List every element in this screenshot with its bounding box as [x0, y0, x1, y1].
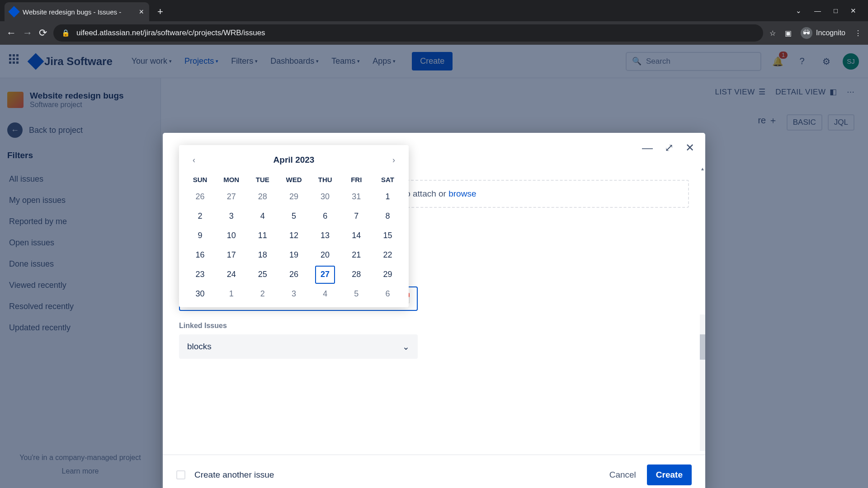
calendar-day[interactable]: 3 [216, 206, 247, 226]
exit-fullscreen-icon[interactable]: ⤢ [665, 141, 674, 154]
calendar-day[interactable]: 6 [310, 206, 341, 226]
url-field[interactable]: 🔒 uifeed.atlassian.net/jira/software/c/p… [53, 24, 763, 42]
calendar-day[interactable]: 27 [310, 265, 341, 284]
calendar-day[interactable]: 12 [278, 226, 309, 245]
calendar-day[interactable]: 16 [184, 245, 216, 265]
linked-issues-label: Linked Issues [179, 322, 689, 330]
maximize-icon[interactable]: □ [834, 7, 838, 15]
calendar-day[interactable]: 4 [310, 284, 341, 304]
calendar-day[interactable]: 1 [372, 187, 403, 206]
calendar-day[interactable]: 13 [310, 226, 341, 245]
lock-icon: 🔒 [61, 29, 70, 37]
date-picker: ‹ April 2023 › SUNMONTUEWEDTHUFRISAT 262… [179, 145, 409, 307]
calendar-day-header: FRI [341, 172, 372, 187]
minimize-icon[interactable]: ― [814, 7, 821, 15]
calendar-day[interactable]: 14 [341, 226, 372, 245]
scrollbar-up-icon[interactable]: ▲ [700, 166, 705, 173]
new-tab-button[interactable]: + [157, 6, 163, 18]
calendar-day[interactable]: 10 [216, 226, 247, 245]
calendar-day[interactable]: 28 [247, 187, 278, 206]
calendar-day-header: WED [278, 172, 309, 187]
calendar-day[interactable]: 30 [184, 284, 216, 304]
calendar-day[interactable]: 8 [372, 206, 403, 226]
url-text: uifeed.atlassian.net/jira/software/c/pro… [76, 28, 265, 38]
close-tab-icon[interactable]: × [139, 7, 144, 17]
linked-issues-select[interactable]: blocks ⌄ [179, 334, 418, 359]
prev-month-icon[interactable]: ‹ [193, 155, 195, 165]
address-bar: ← → ⟳ 🔒 uifeed.atlassian.net/jira/softwa… [0, 21, 868, 45]
calendar-day[interactable]: 20 [310, 245, 341, 265]
incognito-indicator: 🕶 Incognito [801, 27, 845, 39]
browser-tab[interactable]: Website redesign bugs - Issues - × [5, 2, 149, 21]
calendar-day[interactable]: 29 [278, 187, 309, 206]
calendar-day[interactable]: 26 [278, 265, 309, 284]
reload-icon[interactable]: ⟳ [39, 27, 47, 39]
calendar-day[interactable]: 2 [184, 206, 216, 226]
calendar-day-header: MON [216, 172, 247, 187]
calendar-day[interactable]: 23 [184, 265, 216, 284]
calendar-day[interactable]: 27 [216, 187, 247, 206]
extensions-icon[interactable]: ▣ [785, 29, 792, 38]
calendar-day[interactable]: 9 [184, 226, 216, 245]
create-submit-button[interactable]: Create [647, 465, 692, 485]
modal-scrollbar-thumb[interactable] [700, 334, 705, 360]
jira-favicon [8, 6, 19, 17]
calendar-day[interactable]: 4 [247, 206, 278, 226]
calendar-day[interactable]: 19 [278, 245, 309, 265]
browser-menu-icon[interactable]: ⋮ [854, 29, 862, 38]
calendar-day[interactable]: 24 [216, 265, 247, 284]
linked-issues-value: blocks [187, 342, 212, 352]
calendar-day[interactable]: 7 [341, 206, 372, 226]
calendar-day[interactable]: 11 [247, 226, 278, 245]
calendar-day[interactable]: 21 [341, 245, 372, 265]
calendar-month-label: April 2023 [274, 155, 315, 165]
calendar-day[interactable]: 28 [341, 265, 372, 284]
calendar-day-header: SAT [372, 172, 403, 187]
jira-app: Jira Software Your work ▾Projects ▾Filte… [0, 45, 868, 488]
calendar-day[interactable]: 18 [247, 245, 278, 265]
calendar-day[interactable]: 29 [372, 265, 403, 284]
calendar-day[interactable]: 2 [247, 284, 278, 304]
forward-icon[interactable]: → [23, 27, 33, 39]
calendar-day[interactable]: 30 [310, 187, 341, 206]
chevron-down-icon: ⌄ [402, 342, 410, 352]
back-icon[interactable]: ← [6, 27, 16, 39]
browse-link[interactable]: browse [448, 189, 476, 198]
calendar-day[interactable]: 26 [184, 187, 216, 206]
next-month-icon[interactable]: › [392, 155, 395, 165]
window-controls: ⌄ ― □ ✕ [796, 7, 868, 21]
cancel-button[interactable]: Cancel [609, 470, 636, 480]
calendar-day[interactable]: 17 [216, 245, 247, 265]
incognito-label: Incognito [816, 29, 845, 37]
calendar-day[interactable]: 5 [341, 284, 372, 304]
close-modal-icon[interactable]: ✕ [685, 141, 694, 154]
create-another-label: Create another issue [194, 470, 274, 480]
calendar-day-header: THU [310, 172, 341, 187]
close-window-icon[interactable]: ✕ [850, 7, 856, 15]
tab-title: Website redesign bugs - Issues - [23, 8, 134, 16]
calendar-day-header: TUE [247, 172, 278, 187]
calendar-day[interactable]: 25 [247, 265, 278, 284]
chevron-down-icon[interactable]: ⌄ [796, 7, 802, 15]
calendar-day[interactable]: 5 [278, 206, 309, 226]
calendar-day[interactable]: 15 [372, 226, 403, 245]
calendar-day[interactable]: 6 [372, 284, 403, 304]
browser-tab-strip: Website redesign bugs - Issues - × + ⌄ ―… [0, 0, 868, 21]
calendar-day[interactable]: 3 [278, 284, 309, 304]
minimize-modal-icon[interactable]: — [642, 141, 653, 154]
calendar-day[interactable]: 1 [216, 284, 247, 304]
calendar-day[interactable]: 22 [372, 245, 403, 265]
calendar-day-header: SUN [184, 172, 216, 187]
star-icon[interactable]: ☆ [769, 29, 776, 38]
incognito-icon: 🕶 [801, 27, 812, 39]
create-another-checkbox[interactable] [176, 470, 185, 479]
calendar-day[interactable]: 31 [341, 187, 372, 206]
